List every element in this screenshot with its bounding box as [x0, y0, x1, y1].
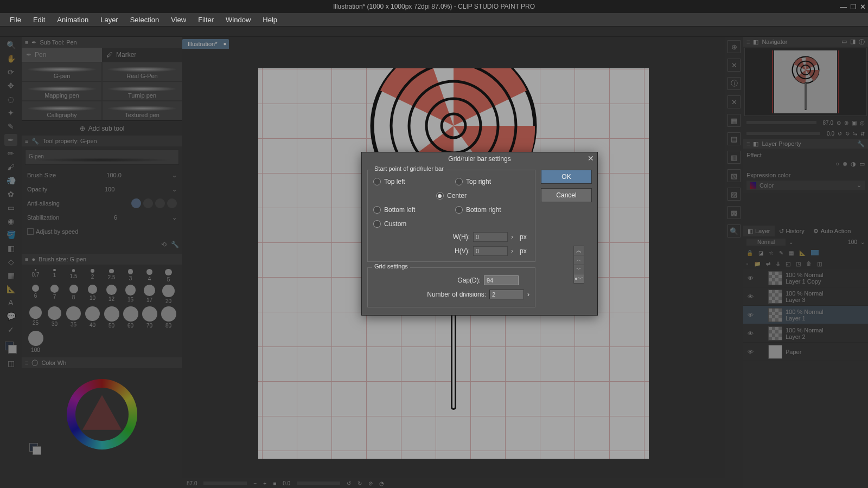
ruler2-icon[interactable]: ◳ — [796, 261, 801, 267]
clip-icon[interactable]: ◪ — [758, 250, 763, 256]
subtool-calligraphy[interactable]: Calligraphy — [22, 101, 102, 120]
hamburger-icon[interactable]: ≡ — [25, 256, 28, 262]
nav-zoom-slider[interactable] — [746, 121, 816, 124]
qb-close-icon[interactable]: ✕ — [727, 95, 741, 108]
effect-extract-icon[interactable]: ▭ — [859, 160, 865, 168]
radio-top-left[interactable]: Top left — [373, 176, 448, 188]
tab-history[interactable]: ↺History — [775, 226, 809, 236]
wrench-icon[interactable]: 🔧 — [171, 241, 179, 251]
qb-material-icon[interactable]: ▦ — [727, 114, 741, 127]
qb-material5-icon[interactable]: ▨ — [727, 188, 741, 201]
close-icon[interactable]: ✕ — [860, 3, 866, 11]
visibility-icon[interactable]: 👁 — [746, 312, 754, 318]
decoration-tool-icon[interactable]: ✿ — [4, 188, 17, 200]
correct-tool-icon[interactable]: ✓ — [4, 324, 17, 336]
brush-size-2.5[interactable]: 2.5 — [103, 269, 120, 282]
gradient-tool-icon[interactable]: ◧ — [4, 242, 17, 254]
subtool-turnip[interactable]: Turnip pen — [102, 81, 182, 101]
brush-size-2[interactable]: 2 — [84, 269, 101, 282]
spinner-fine-up-icon[interactable]: ︿ — [574, 255, 584, 265]
zoom-100-icon[interactable]: ◎ — [860, 120, 865, 126]
brush-size-5[interactable]: 5 — [160, 269, 177, 282]
lp-mode[interactable]: Color — [760, 182, 853, 189]
brush-size-4[interactable]: 4 — [141, 269, 158, 282]
layer-row[interactable]: 👁100 % NormalLayer 1 Copy — [743, 269, 868, 287]
chevron-down-icon[interactable]: ⌄ — [789, 239, 793, 245]
trash-icon[interactable]: 🗑 — [806, 261, 812, 267]
chevron-right-icon[interactable]: › — [511, 247, 516, 255]
brush-size-7[interactable]: 7 — [46, 285, 63, 304]
hamburger-icon[interactable]: ≡ — [25, 359, 28, 366]
frame-tool-icon[interactable]: ▦ — [4, 269, 17, 281]
mask2-icon[interactable]: ◰ — [786, 261, 790, 267]
layer-row[interactable]: 👁100 % NormalLayer 2 — [743, 324, 868, 343]
brush-size-0.7[interactable]: 0.7 — [27, 269, 44, 282]
menu-file[interactable]: File — [4, 14, 27, 25]
rotate-ccw-icon[interactable]: ↺ — [838, 131, 842, 137]
prop-adjust-speed[interactable]: Adjust by speed — [25, 224, 179, 239]
brush-size-8[interactable]: 8 — [65, 285, 82, 304]
menu-layer[interactable]: Layer — [95, 14, 124, 25]
brush-size-12[interactable]: 12 — [103, 285, 120, 304]
maximize-icon[interactable]: ☐ — [850, 3, 857, 11]
prop-opacity[interactable]: Opacity 100⌄ — [25, 182, 179, 196]
subtool-tab-pen[interactable]: ✒Pen — [22, 48, 102, 62]
hv-input[interactable] — [473, 246, 508, 256]
new-layer-icon[interactable]: ▫ — [746, 261, 749, 267]
cancel-button[interactable]: Cancel — [541, 188, 592, 202]
brush-size-30[interactable]: 30 — [46, 306, 63, 329]
subtool-realgpen[interactable]: Real G-Pen — [102, 62, 182, 81]
tab-autoaction[interactable]: ⚙Auto Action — [809, 226, 856, 236]
prop-brush-size[interactable]: Brush Size 100.0⌄ — [25, 168, 179, 182]
brush-size-35[interactable]: 35 — [65, 306, 82, 329]
brush-size-20[interactable]: 20 — [160, 285, 177, 304]
qb-material3-icon[interactable]: ▥ — [727, 151, 741, 164]
effect-border-icon[interactable]: ○ — [835, 160, 839, 168]
brush-size-6[interactable]: 6 — [27, 285, 44, 304]
text-tool-icon[interactable]: A — [4, 297, 17, 309]
transparent-color-icon[interactable]: ◫ — [4, 357, 17, 369]
brush-size-17[interactable]: 17 — [141, 285, 158, 304]
nav-btn3-icon[interactable]: ⓘ — [859, 38, 865, 46]
ok-button[interactable]: OK — [541, 170, 592, 184]
qb-material2-icon[interactable]: ▤ — [727, 132, 741, 145]
brush-size-25[interactable]: 25 — [27, 306, 44, 329]
radio-bottom-right[interactable]: Bottom right — [455, 204, 529, 216]
subtool-tab-marker[interactable]: 🖊Marker — [102, 48, 182, 62]
brush-size-3[interactable]: 3 — [122, 269, 139, 282]
minimize-icon[interactable]: — — [840, 3, 847, 11]
brush-size-100[interactable]: 100 — [27, 331, 44, 353]
lock-icon[interactable]: 🔒 — [746, 250, 753, 256]
radio-center[interactable]: Center — [436, 190, 467, 202]
menu-filter[interactable]: Filter — [193, 14, 219, 25]
rotation-slider[interactable] — [297, 481, 340, 485]
wrench-icon[interactable]: 🔧 — [857, 140, 865, 147]
quickaccess-icon[interactable]: ⊕ — [727, 40, 741, 53]
brush-size-60[interactable]: 60 — [122, 306, 139, 329]
brush-size-70[interactable]: 70 — [141, 306, 158, 329]
color-label-icon[interactable] — [811, 250, 819, 255]
eraser-tool-icon[interactable]: ▭ — [4, 202, 17, 214]
visibility-icon[interactable]: 👁 — [746, 349, 754, 355]
zoom-out-icon[interactable]: ⊖ — [837, 120, 841, 126]
zoom-fit-icon[interactable]: ■ — [273, 480, 276, 486]
merge-icon[interactable]: ⇊ — [776, 261, 780, 267]
chevron-down-icon[interactable]: ⌄ — [857, 182, 861, 189]
brush-size-15[interactable]: 15 — [122, 285, 139, 304]
menu-edit[interactable]: Edit — [28, 14, 50, 25]
transfer-icon[interactable]: ⇄ — [766, 261, 770, 267]
flip-v-icon[interactable]: ⇵ — [860, 131, 865, 137]
spinner-coarse-down-icon[interactable]: ●﹀ — [574, 274, 584, 283]
visibility-icon[interactable]: 👁 — [746, 275, 754, 281]
zoom-in-icon[interactable]: ⊕ — [844, 120, 848, 126]
rotate-cw-icon[interactable]: ↻ — [358, 480, 362, 486]
layer-row[interactable]: 👁100 % NormalLayer 1 — [743, 306, 868, 324]
chevron-right-icon[interactable]: › — [511, 233, 516, 241]
zoom-slider[interactable] — [203, 481, 247, 485]
blend-tool-icon[interactable]: ◉ — [4, 215, 17, 227]
nav-rot-slider[interactable] — [746, 132, 820, 135]
brush-tool-icon[interactable]: 🖌 — [4, 161, 17, 173]
spinner-coarse-up-icon[interactable]: ︽ — [574, 246, 584, 255]
brush-size-1.5[interactable]: 1.5 — [65, 269, 82, 282]
hand-tool-icon[interactable]: ✋ — [4, 53, 17, 65]
